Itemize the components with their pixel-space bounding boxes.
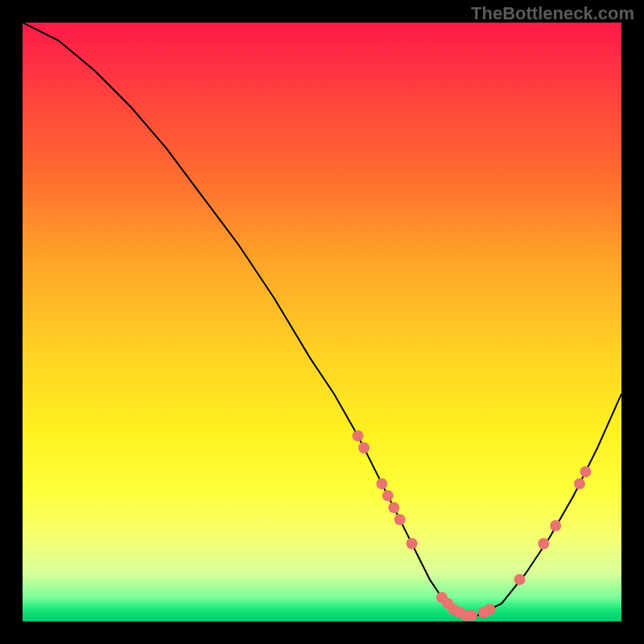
plot-area [23, 23, 621, 621]
data-marker [394, 514, 406, 526]
data-marker [353, 430, 364, 441]
data-marker [580, 466, 591, 477]
data-marker [407, 538, 418, 549]
data-marker [382, 490, 394, 502]
watermark-text: TheBottleneck.com [471, 3, 634, 24]
data-marker [376, 478, 387, 489]
data-marker [484, 604, 495, 615]
data-marker [466, 610, 477, 621]
curve-line [23, 23, 621, 616]
data-marker [574, 478, 585, 489]
data-marker [538, 538, 549, 549]
marker-group [353, 430, 592, 621]
data-marker [550, 520, 561, 531]
data-marker [358, 442, 369, 453]
data-marker [388, 502, 399, 514]
data-marker [514, 574, 526, 585]
chart-svg [23, 23, 621, 621]
